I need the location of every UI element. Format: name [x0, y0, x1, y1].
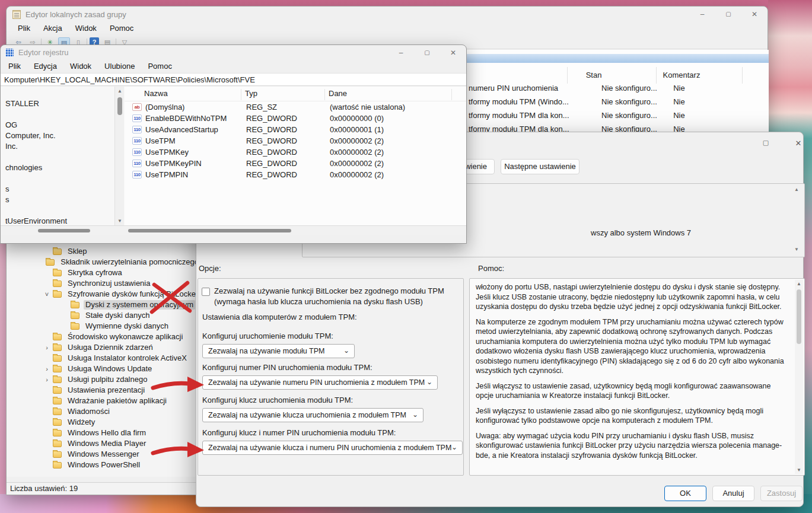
- scrollbar-thumb[interactable]: [117, 97, 122, 115]
- apply-button[interactable]: Zastosuj: [760, 486, 803, 501]
- next-setting-button[interactable]: Następne ustawienie: [501, 159, 579, 174]
- tree-item[interactable]: Wiadomości: [7, 406, 200, 417]
- maximize-icon[interactable]: ▢: [715, 8, 741, 21]
- registry-address-bar[interactable]: Komputer\HKEY_LOCAL_MACHINE\SOFTWARE\Pol…: [1, 73, 466, 86]
- value-data: 0x00000002 (2): [330, 136, 384, 145]
- registry-tree-item[interactable]: s: [5, 184, 9, 193]
- tree-item[interactable]: Sklep: [7, 246, 200, 257]
- tree-item[interactable]: Dyski z systemem operacyjnym: [7, 299, 200, 310]
- registry-tree-item[interactable]: s: [5, 195, 9, 204]
- tree-item[interactable]: Składnik uwierzytelniania pomocniczego: [7, 257, 200, 267]
- ok-button[interactable]: OK: [664, 486, 706, 501]
- menu-item[interactable]: Pomoc: [103, 22, 140, 35]
- close-icon[interactable]: ✕: [791, 139, 805, 148]
- cancel-button[interactable]: Anuluj: [712, 486, 754, 501]
- scroll-down-icon[interactable]: ▼: [794, 247, 799, 252]
- registry-value-row[interactable]: UseTPM REG_DWORD 0x00000002 (2): [125, 135, 466, 146]
- column-separator[interactable]: [241, 89, 241, 100]
- registry-value-row[interactable]: UseTPMKey REG_DWORD 0x00000002 (2): [125, 146, 466, 158]
- tree-item[interactable]: › Usługi pulpitu zdalnego: [7, 374, 200, 385]
- registry-value-row[interactable]: EnableBDEWithNoTPM REG_DWORD 0x00000000 …: [125, 113, 466, 124]
- dropdown-select[interactable]: Zezwalaj na używanie klucza uruchomienia…: [202, 408, 423, 422]
- tree-item[interactable]: Wdrażanie pakietów aplikacji: [7, 396, 200, 406]
- setting-row[interactable]: tformy modułu TPM (Windo... Nie skonfigu…: [469, 95, 765, 109]
- scroll-down-icon[interactable]: ▼: [115, 218, 125, 224]
- scrollbar-thumb[interactable]: [38, 229, 90, 232]
- setting-row[interactable]: numeru PIN uruchomienia Nie skonfiguro..…: [469, 81, 765, 95]
- registry-tree-item[interactable]: Computer, Inc.: [5, 131, 56, 140]
- column-header-nazwa[interactable]: Nazwa: [144, 89, 168, 98]
- tree-chevron-icon[interactable]: ›: [41, 344, 53, 351]
- chevron-down-icon[interactable]: ⌄: [426, 375, 432, 388]
- tree-item[interactable]: › Usługa Windows Update: [7, 364, 200, 374]
- minimize-icon[interactable]: –: [388, 46, 414, 59]
- scrollbar-thumb[interactable]: [797, 289, 801, 344]
- tree-item[interactable]: Windows Media Player: [7, 438, 200, 449]
- setting-name: tformy modułu TPM dla kon...: [469, 109, 569, 122]
- close-icon[interactable]: ✕: [440, 46, 466, 59]
- tree-item[interactable]: Skrytka cyfrowa: [7, 267, 200, 278]
- registry-tree-item[interactable]: STALLER: [5, 99, 39, 108]
- chevron-down-icon[interactable]: ⌄: [343, 344, 349, 357]
- dropdown-select[interactable]: Zezwalaj na używanie modułu TPM ⌄: [202, 344, 355, 358]
- tree-item[interactable]: Ustawienia prezentacji: [7, 385, 200, 396]
- menu-item[interactable]: Pomoc: [141, 60, 178, 73]
- column-header-komentarz[interactable]: Komentarz: [663, 71, 700, 79]
- tree-item[interactable]: Windows Messenger: [7, 449, 200, 460]
- registry-tree-vscrollbar[interactable]: ▲ ▼: [114, 87, 124, 225]
- column-separator[interactable]: [451, 89, 452, 100]
- tree-item-label: Środowisko wykonawcze aplikacji: [66, 332, 184, 342]
- value-data: 0x00000000 (0): [330, 114, 384, 123]
- dropdown-select[interactable]: Zezwalaj na używanie numeru PIN uruchomi…: [202, 375, 438, 390]
- tree-chevron-icon[interactable]: ›: [41, 365, 53, 372]
- scrollbar-thumb[interactable]: [128, 229, 291, 232]
- scroll-down-icon[interactable]: ▼: [795, 467, 803, 473]
- registry-tree-item[interactable]: chnologies: [5, 163, 42, 172]
- registry-tree-item[interactable]: Inc.: [5, 142, 18, 151]
- tree-item[interactable]: Usługa Instalator kontrolek ActiveX: [7, 353, 200, 364]
- maximize-icon[interactable]: ▢: [414, 46, 440, 59]
- tree-chevron-icon[interactable]: ˅: [41, 291, 53, 298]
- scroll-up-icon[interactable]: ▲: [115, 88, 125, 94]
- menu-item[interactable]: Widok: [69, 22, 103, 35]
- gp-titlebar[interactable]: Edytor lokalnych zasad grupy – ▢ ✕: [7, 7, 768, 22]
- registry-value-row[interactable]: (Domyślna) REG_SZ (wartość nie ustalona): [125, 101, 466, 113]
- minimize-icon[interactable]: –: [689, 8, 715, 21]
- maximize-icon[interactable]: ▢: [759, 139, 773, 146]
- tree-item[interactable]: ˅ Szyfrowanie dysków funkcją BitLocker: [7, 289, 200, 299]
- column-separator[interactable]: [324, 89, 325, 100]
- registry-tree-item[interactable]: OG: [5, 120, 17, 129]
- tree-chevron-icon[interactable]: ›: [41, 376, 53, 383]
- registry-value-row[interactable]: UseTPMPIN REG_DWORD 0x00000002 (2): [125, 169, 466, 180]
- column-header-stan[interactable]: Stan: [586, 71, 602, 79]
- menu-item[interactable]: Widok: [63, 60, 98, 73]
- tree-item[interactable]: Windows PowerShell: [7, 460, 200, 470]
- setting-row[interactable]: tformy modułu TPM dla kon... Nie skonfig…: [469, 109, 765, 122]
- registry-hscrollbar[interactable]: [1, 225, 466, 235]
- scroll-up-icon[interactable]: ▲: [795, 281, 803, 286]
- dropdown-select[interactable]: Zezwalaj na używanie klucza i numeru PIN…: [202, 441, 463, 455]
- menu-item[interactable]: Ulubione: [98, 60, 141, 73]
- menu-item[interactable]: Edycja: [27, 60, 63, 73]
- column-header-typ[interactable]: Typ: [245, 89, 257, 98]
- tree-item[interactable]: › Usługa Dziennik zdarzeń: [7, 342, 200, 353]
- tree-item[interactable]: Synchronizuj ustawienia: [7, 278, 200, 289]
- column-header-dane[interactable]: Dane: [329, 89, 347, 98]
- registry-value-row[interactable]: UseTPMKeyPIN REG_DWORD 0x00000002 (2): [125, 158, 466, 169]
- menu-item[interactable]: Plik: [11, 22, 37, 35]
- chevron-down-icon[interactable]: ⌄: [412, 408, 418, 421]
- registry-value-row[interactable]: UseAdvancedStartup REG_DWORD 0x00000001 …: [125, 124, 466, 135]
- tree-item[interactable]: Stałe dyski danych: [7, 310, 200, 321]
- menu-item[interactable]: Plik: [2, 60, 27, 73]
- menu-item[interactable]: Akcja: [37, 22, 69, 35]
- tree-item[interactable]: Widżety: [7, 417, 200, 428]
- close-icon[interactable]: ✕: [741, 8, 768, 21]
- tree-item[interactable]: Wymienne dyski danych: [7, 321, 200, 332]
- reg-titlebar[interactable]: Edytor rejestru – ▢ ✕: [1, 45, 466, 60]
- chevron-down-icon[interactable]: ⌄: [451, 441, 457, 454]
- help-scrollbar[interactable]: ▲ ▼: [795, 280, 803, 474]
- tree-item[interactable]: Środowisko wykonawcze aplikacji: [7, 332, 200, 342]
- scroll-up-icon[interactable]: ▲: [794, 187, 799, 192]
- tree-item[interactable]: Windows Hello dla firm: [7, 428, 200, 438]
- registry-tree-item[interactable]: tUserEnvironment: [5, 216, 67, 225]
